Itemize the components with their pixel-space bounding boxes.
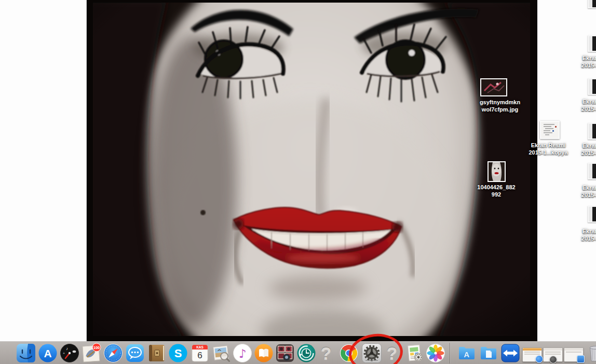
time-machine-icon bbox=[296, 343, 316, 363]
desktop-file-screenshot[interactable] bbox=[588, 123, 596, 139]
desktop-file-jpg[interactable] bbox=[480, 78, 507, 96]
dock-minimized-window-3[interactable] bbox=[564, 347, 584, 362]
desktop-file-screenshot[interactable] bbox=[588, 78, 596, 95]
macos-desktop: { "desktop": { "background_color": "#fdf… bbox=[0, 0, 596, 364]
window-titlebar bbox=[544, 348, 562, 351]
app-store-icon: A bbox=[38, 343, 58, 363]
blue-badge-icon bbox=[577, 355, 585, 363]
window-titlebar bbox=[564, 348, 583, 351]
dock-app-store[interactable]: A bbox=[38, 343, 58, 363]
dock-calendar[interactable]: KAS 6 bbox=[190, 343, 210, 363]
window-content-line bbox=[566, 352, 581, 353]
dock-dashboard[interactable]: ♪ + bbox=[60, 343, 79, 363]
dock-messages[interactable] bbox=[125, 343, 145, 363]
dock-skype[interactable]: S bbox=[168, 343, 188, 363]
file-label: Ekran Resmi 2015-1...kopya bbox=[523, 142, 574, 156]
dock-missing-app-1[interactable]: ? bbox=[319, 343, 333, 363]
dock-system-preferences[interactable] bbox=[361, 343, 382, 363]
dock-finder[interactable] bbox=[16, 343, 36, 363]
dock-mail[interactable]: 100 bbox=[82, 343, 101, 363]
screenshot-copy-thumbnail-icon bbox=[540, 121, 560, 139]
dock-divider bbox=[450, 343, 450, 363]
dashboard-icon: ♪ + bbox=[60, 343, 79, 363]
messages-icon bbox=[125, 343, 145, 363]
dock-document-utility[interactable] bbox=[404, 343, 424, 363]
gear-badge-icon bbox=[549, 356, 557, 363]
file-label: Ekran 2015-1 bbox=[574, 99, 596, 113]
dock-minimized-window-2[interactable] bbox=[543, 347, 563, 362]
skype-icon: S bbox=[168, 343, 188, 363]
file-label: Ekran 2015-1 bbox=[574, 143, 596, 157]
dock-trash[interactable] bbox=[586, 343, 596, 363]
svg-text:♪: ♪ bbox=[239, 347, 247, 360]
window-content-line bbox=[545, 354, 561, 355]
applications-folder-icon: A bbox=[457, 343, 477, 363]
mail-icon: 100 bbox=[82, 343, 101, 363]
system-preferences-icon bbox=[361, 343, 382, 363]
dock-itunes[interactable]: ♪ bbox=[233, 343, 252, 363]
svg-text:KAS: KAS bbox=[196, 345, 204, 349]
svg-text:6: 6 bbox=[197, 351, 202, 360]
dock: A ♪ + 100 bbox=[0, 341, 596, 364]
dock-photo-booth[interactable] bbox=[275, 343, 295, 363]
desktop-file-portrait[interactable] bbox=[487, 161, 506, 182]
teamviewer-icon bbox=[500, 343, 520, 363]
dock-documents-folder[interactable] bbox=[479, 343, 498, 363]
dock-preview[interactable] bbox=[211, 343, 231, 363]
svg-text:A: A bbox=[44, 347, 51, 359]
file-label: gsyftnymdmkn wol7cfpm.jpg bbox=[467, 99, 533, 113]
question-mark-icon: ? bbox=[385, 343, 399, 364]
svg-text:♪: ♪ bbox=[66, 346, 68, 351]
dock-teamviewer[interactable] bbox=[500, 343, 520, 363]
desktop-file-screenshot[interactable] bbox=[588, 35, 596, 52]
document-gear-icon bbox=[404, 343, 424, 363]
svg-text:A: A bbox=[464, 350, 470, 359]
file-label: Ekran 2015-1 bbox=[574, 55, 596, 69]
desktop-file-kopya[interactable] bbox=[540, 121, 560, 139]
file-label: Ekran 2015-1 bbox=[574, 185, 596, 199]
window-content-line bbox=[545, 352, 561, 353]
desktop-file-screenshot[interactable] bbox=[588, 0, 596, 8]
question-mark-icon: ? bbox=[319, 343, 333, 364]
safari-badge-icon bbox=[535, 355, 543, 363]
trash-icon bbox=[586, 343, 596, 363]
dock-contacts[interactable] bbox=[147, 343, 167, 363]
window-titlebar bbox=[523, 348, 541, 351]
ibooks-icon bbox=[254, 343, 274, 363]
dock-missing-app-2[interactable]: ? bbox=[385, 343, 399, 363]
portrait-thumbnail-icon bbox=[487, 161, 506, 182]
desktop-file-screenshot[interactable] bbox=[588, 206, 596, 222]
portrait-illustration bbox=[87, 0, 537, 341]
dock-minimized-window-1[interactable] bbox=[522, 347, 542, 362]
safari-icon bbox=[103, 343, 123, 363]
jpg-thumbnail-icon bbox=[480, 78, 507, 96]
window-content-line bbox=[524, 352, 540, 353]
dock-time-machine[interactable] bbox=[296, 343, 316, 363]
dock-photos[interactable] bbox=[426, 343, 445, 363]
dock-applications-folder[interactable]: A bbox=[457, 343, 477, 363]
photos-icon bbox=[426, 343, 445, 363]
photo-booth-icon bbox=[275, 343, 295, 363]
calendar-icon: KAS 6 bbox=[190, 343, 210, 363]
window-content-line bbox=[524, 354, 540, 355]
contacts-icon bbox=[147, 343, 167, 363]
preview-icon bbox=[211, 343, 231, 363]
svg-text:+: + bbox=[63, 352, 65, 355]
dock-ibooks[interactable] bbox=[254, 343, 274, 363]
wallpaper-portrait-photo bbox=[86, 0, 537, 341]
svg-text:S: S bbox=[174, 347, 182, 360]
file-label: Ekran 2015-1 bbox=[574, 228, 596, 242]
dock-safari[interactable] bbox=[103, 343, 123, 363]
chrome-icon bbox=[339, 343, 359, 363]
documents-folder-icon bbox=[479, 343, 498, 363]
desktop-file-screenshot[interactable] bbox=[588, 163, 596, 179]
finder-icon bbox=[16, 343, 36, 363]
itunes-icon: ♪ bbox=[233, 343, 252, 363]
dock-chrome[interactable] bbox=[339, 343, 359, 363]
file-label: 10404426_882 992 bbox=[466, 184, 526, 198]
svg-text:100: 100 bbox=[93, 345, 100, 350]
